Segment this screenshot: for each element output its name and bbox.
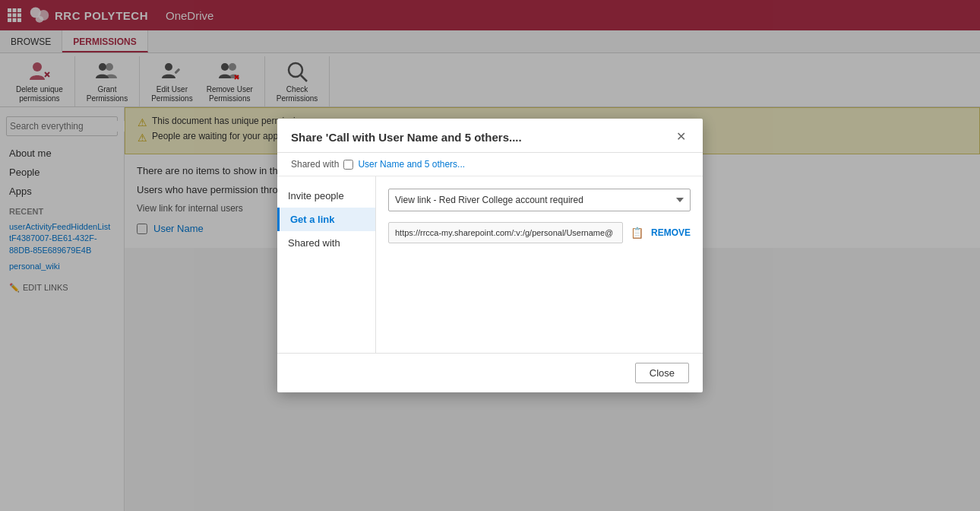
modal-body: Invite people Get a link Shared with Vie… — [277, 176, 703, 353]
modal-shared-with-bar: Shared with User Name and 5 others... — [277, 153, 703, 176]
modal-footer: Close — [277, 353, 703, 392]
shared-with-checkbox[interactable] — [343, 160, 353, 170]
modal-close-button[interactable]: Close — [635, 363, 689, 383]
modal-sidebar-get-link[interactable]: Get a link — [277, 208, 375, 231]
modal-panel-content: View link - Red River College account re… — [376, 176, 703, 353]
remove-link-button[interactable]: REMOVE — [651, 227, 691, 238]
modal-sidebar-shared-with[interactable]: Shared with — [277, 231, 375, 255]
modal-header: Share 'Call with User Name and 5 others.… — [277, 119, 703, 153]
modal-overlay: Share 'Call with User Name and 5 others.… — [0, 0, 980, 511]
shared-with-label: Shared with — [291, 159, 339, 170]
share-modal: Share 'Call with User Name and 5 others.… — [277, 119, 703, 392]
modal-title: Share 'Call with User Name and 5 others.… — [291, 131, 522, 144]
modal-close-x-button[interactable]: ✕ — [673, 129, 689, 144]
shared-with-link[interactable]: User Name and 5 others... — [358, 159, 465, 170]
modal-sidebar-invite[interactable]: Invite people — [277, 184, 375, 208]
copy-icon[interactable]: 📋 — [629, 225, 645, 240]
link-type-row: View link - Red River College account re… — [388, 189, 691, 211]
url-row: 📋 REMOVE — [388, 222, 691, 243]
link-type-dropdown[interactable]: View link - Red River College account re… — [388, 189, 691, 211]
modal-sidebar: Invite people Get a link Shared with — [277, 176, 376, 353]
url-input[interactable] — [388, 222, 623, 243]
